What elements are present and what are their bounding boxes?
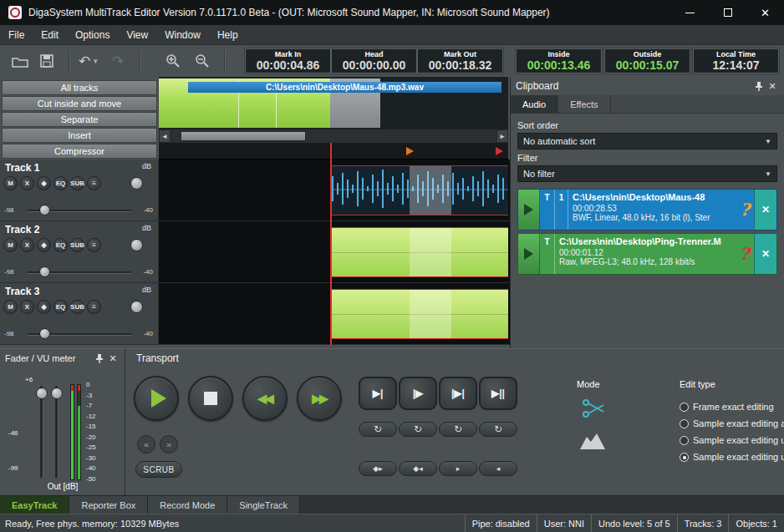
output-fader-right[interactable] — [55, 386, 59, 478]
play-from-mark-button[interactable]: |▶ — [399, 377, 437, 410]
eq-button[interactable]: EQ — [53, 238, 68, 252]
stop-button[interactable] — [188, 376, 233, 421]
fast-forward-button[interactable]: ▶▶ — [297, 376, 342, 421]
play-selection-button[interactable]: |▶| — [439, 377, 477, 410]
fader-knob[interactable] — [51, 388, 63, 399]
sort-order-select[interactable]: No automatic sort ▼ — [517, 133, 777, 149]
play-to-mark-button[interactable]: ▶| — [359, 377, 397, 410]
nudge-right-button[interactable]: ◆▸ — [359, 461, 397, 476]
filter-select[interactable]: No filter ▼ — [517, 165, 777, 182]
mute-button[interactable]: M — [3, 176, 18, 190]
next-button[interactable]: » — [160, 435, 178, 453]
pan-knob[interactable] — [130, 301, 143, 313]
minimize-button[interactable] — [671, 0, 709, 25]
fader-knob[interactable] — [39, 266, 50, 277]
close-button[interactable]: ✕ — [746, 0, 784, 25]
tab-record-mode[interactable]: Record Mode — [148, 496, 227, 514]
audio-region[interactable] — [330, 289, 508, 339]
eq-button[interactable]: EQ — [53, 300, 68, 314]
entry-play-button[interactable] — [518, 190, 540, 230]
audio-region[interactable] — [330, 165, 508, 215]
fader-knob[interactable] — [36, 388, 48, 399]
entry-remove-button[interactable]: ✕ — [754, 234, 776, 274]
track-menu-button[interactable]: ≡ — [87, 238, 101, 252]
fader-knob[interactable] — [39, 205, 50, 215]
track-menu-button[interactable]: ≡ — [87, 176, 101, 190]
fader-panel-close-button[interactable]: ✕ — [106, 352, 120, 365]
compressor-button[interactable]: Compressor — [2, 144, 157, 159]
menu-item-options[interactable]: Options — [67, 25, 118, 44]
solo-button[interactable]: X — [20, 176, 34, 190]
play-button[interactable] — [134, 376, 179, 421]
eq-button[interactable]: EQ — [53, 176, 68, 190]
loop-button[interactable]: ↻ — [359, 422, 397, 437]
fader-knob[interactable] — [39, 328, 50, 339]
nudge-left-button[interactable]: ◆◂ — [399, 461, 437, 476]
undo-button[interactable]: ↶ ▼ — [79, 50, 99, 72]
separate-button[interactable]: Separate — [2, 112, 157, 127]
step-left-button[interactable]: ◂ — [479, 461, 517, 476]
clipboard-entry[interactable]: T C:\Users\nin\Desktop\Ping-Trenner.M 00… — [517, 233, 777, 275]
edit-option-sample-exact-2[interactable]: Sample exact editing us — [680, 434, 784, 446]
tab-easytrack[interactable]: EasyTrack — [0, 496, 69, 514]
overview-waveform[interactable]: C:\Users\nin\Desktop\Maus-48.mp3.wav — [159, 77, 508, 129]
scrollbar-thumb[interactable] — [181, 131, 306, 141]
solo-button[interactable]: X — [20, 300, 34, 314]
scroll-left-arrow[interactable]: ◄ — [159, 129, 171, 143]
menu-item-edit[interactable]: Edit — [33, 25, 67, 44]
cut-inside-and-move-button[interactable]: Cut inside and move — [2, 96, 157, 111]
menu-item-file[interactable]: File — [0, 25, 33, 44]
step-right-button[interactable]: ▸ — [439, 461, 477, 476]
edit-option-sample-exact-1[interactable]: Sample exact editing at — [680, 418, 784, 429]
timeline-ruler[interactable] — [159, 143, 508, 160]
track-2-lane[interactable] — [159, 221, 510, 283]
marker-icon[interactable] — [406, 147, 414, 155]
pfl-button[interactable]: ◆ — [37, 176, 51, 190]
tab-singletrack[interactable]: SingleTrack — [227, 496, 300, 514]
entry-play-button[interactable] — [518, 234, 540, 274]
insert-button[interactable]: Insert — [2, 128, 157, 143]
sub-button[interactable]: SUB — [70, 300, 84, 314]
tab-audio[interactable]: Audio — [511, 95, 558, 113]
track-menu-button[interactable]: ≡ — [87, 300, 101, 314]
edit-option-frame-exact[interactable]: Frame exact editing — [680, 401, 784, 413]
menu-item-window[interactable]: Window — [156, 25, 209, 44]
clipboard-close-button[interactable]: ✕ — [766, 79, 779, 93]
zoom-out-button[interactable] — [195, 50, 210, 72]
playhead-cursor[interactable] — [330, 143, 332, 345]
pin-button[interactable] — [93, 352, 106, 365]
maximize-button[interactable] — [709, 0, 746, 25]
redo-button[interactable]: ↷ — [112, 50, 124, 72]
play-around-button[interactable]: ▶|| — [479, 377, 517, 410]
edit-option-sample-exact-3[interactable]: Sample exact editing us — [680, 451, 784, 463]
cut-mode-button[interactable] — [583, 399, 604, 421]
previous-button[interactable]: « — [137, 435, 155, 453]
open-button[interactable] — [12, 50, 28, 72]
pfl-button[interactable]: ◆ — [37, 300, 51, 314]
pfl-button[interactable]: ◆ — [37, 238, 51, 252]
track-1-lane[interactable] — [159, 160, 510, 221]
audio-region[interactable] — [330, 227, 508, 277]
save-button[interactable] — [40, 50, 53, 72]
overview-scrollbar[interactable]: ◄ ► — [159, 129, 508, 143]
scrub-button[interactable]: SCRUB — [135, 461, 182, 478]
loop-button[interactable]: ↻ — [439, 422, 477, 437]
rewind-button[interactable]: ◀◀ — [242, 376, 288, 421]
track-3-lane[interactable] — [159, 283, 510, 345]
pin-button[interactable] — [752, 79, 766, 93]
overview-file-title[interactable]: C:\Users\nin\Desktop\Maus-48.mp3.wav — [188, 82, 501, 93]
entry-remove-button[interactable]: ✕ — [754, 190, 776, 230]
tab-effects[interactable]: Effects — [558, 95, 610, 113]
loop-button[interactable]: ↻ — [399, 422, 437, 437]
output-fader-left[interactable] — [40, 386, 43, 478]
scroll-right-arrow[interactable]: ► — [496, 129, 508, 143]
clipboard-entry[interactable]: T 1 C:\Users\nin\Desktop\Maus-48 00:00:2… — [517, 189, 777, 231]
menu-item-help[interactable]: Help — [209, 25, 247, 44]
loop-button[interactable]: ↻ — [479, 422, 517, 437]
pan-knob[interactable] — [130, 177, 143, 190]
menu-item-view[interactable]: View — [118, 25, 156, 44]
fade-mode-button[interactable] — [580, 431, 605, 453]
mute-button[interactable]: M — [3, 238, 18, 252]
solo-button[interactable]: X — [20, 238, 34, 252]
pan-knob[interactable] — [130, 239, 143, 251]
